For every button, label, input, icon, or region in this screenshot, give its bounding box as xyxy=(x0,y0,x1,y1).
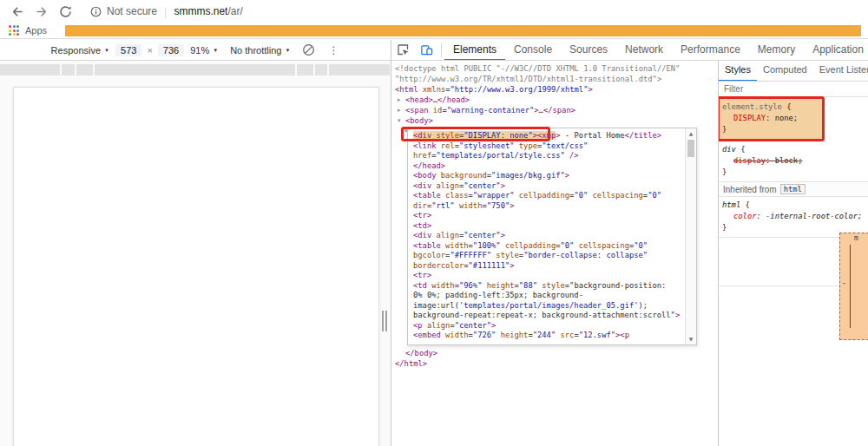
inspect-element-icon[interactable] xyxy=(397,43,410,56)
devtools-tab-console[interactable]: Console xyxy=(505,40,561,61)
dom-tree-line[interactable]: </html> xyxy=(395,358,718,369)
style-rules: element.style {DISPLAY: none;}div {displ… xyxy=(719,99,868,182)
browser-toolbar: Not secure | smmms.net/ar/ xyxy=(0,0,868,23)
xmp-code-line: <div align="center"> xyxy=(413,181,682,192)
xmp-code-line: <table width="100%" cellpadding="0" cell… xyxy=(413,241,682,252)
zoom-value: 91% xyxy=(190,45,209,56)
collapse-arrow-icon[interactable]: ▸ xyxy=(398,95,401,105)
devtools-panel: ElementsConsoleSourcesNetworkPerformance… xyxy=(391,40,868,446)
dom-tree-line[interactable]: <html xmlns="http://www.w3.org/1999/xhtm… xyxy=(395,84,718,95)
styles-filter-input[interactable] xyxy=(719,84,868,94)
css-rule-element-style[interactable]: element.style {DISPLAY: none;} xyxy=(719,99,822,139)
css-declaration[interactable]: DISPLAY: none; xyxy=(722,113,819,124)
devtools-tab-application[interactable]: Application xyxy=(804,40,868,61)
redaction-highlight-bar xyxy=(65,25,861,36)
inherited-from-bar: Inherited from html xyxy=(719,182,868,197)
page-viewport-pane: Responsive ▼ 573 × 736 91% ▼ No throttli… xyxy=(0,40,391,446)
chevron-down-icon: ▼ xyxy=(213,48,218,53)
xmp-code-line: background-repeat:repeat-x; background-a… xyxy=(413,311,682,321)
scrollbar-thumb[interactable] xyxy=(687,140,694,157)
device-mode-select[interactable]: Responsive ▼ xyxy=(51,45,109,56)
dom-tree-line[interactable]: "http://www.w3.org/TR/xhtml1/DTD/xhtml1-… xyxy=(395,74,718,84)
dom-tree-line[interactable]: </body> xyxy=(395,348,718,358)
info-icon[interactable] xyxy=(90,6,102,17)
viewport-area xyxy=(0,61,391,446)
collapse-arrow-icon[interactable]: ▸ xyxy=(398,105,401,115)
xmp-code-line: href="templates/portal/style.css" /> xyxy=(413,151,682,161)
security-label: Not secure xyxy=(107,5,157,17)
devtools-tab-network[interactable]: Network xyxy=(616,40,672,61)
xmp-code-line: </head> xyxy=(413,161,682,172)
xmp-code-line: bordercolor="#111111"> xyxy=(413,261,682,272)
no-symbol-icon[interactable] xyxy=(302,43,315,56)
devtools-tab-sources[interactable]: Sources xyxy=(561,40,616,61)
zoom-select[interactable]: 91% ▼ xyxy=(190,45,218,56)
viewport-height-input[interactable]: 736 xyxy=(158,44,184,56)
bookmarks-bar: Apps xyxy=(0,23,868,39)
dom-tree-line[interactable]: ▸<span id="warning-container">…</span> xyxy=(395,105,718,115)
css-declaration[interactable]: display: block; xyxy=(722,155,865,167)
xmp-code-line: 0% 0%; padding-left:35px; background- xyxy=(413,291,682,301)
xmp-code-line: <tr> xyxy=(413,211,682,221)
margin-label: m xyxy=(854,234,858,242)
devtools-tabs: ElementsConsoleSourcesNetworkPerformance… xyxy=(444,40,868,61)
styles-tab-event-listeners[interactable]: Event Listeners xyxy=(813,61,868,82)
inherited-style-rules: html {color: -internal-root-color;} xyxy=(719,197,868,238)
xmp-code-line: bgcolor="#FFFFFF" style="border-collapse… xyxy=(413,251,682,261)
reload-icon[interactable] xyxy=(59,5,73,18)
throttling-select[interactable]: No throttling ▼ xyxy=(230,45,290,56)
omnibox-divider: | xyxy=(164,5,167,18)
dom-tree-line[interactable]: ▾<body> xyxy=(395,115,718,126)
xmp-code-line: <div align="center"> xyxy=(413,231,682,241)
expand-arrow-icon[interactable]: ▾ xyxy=(398,115,401,126)
styles-pane-tabs: StylesComputedEvent Listeners xyxy=(719,61,868,82)
rendered-page xyxy=(13,87,379,446)
apps-grid-icon[interactable] xyxy=(9,25,19,36)
throttling-label: No throttling xyxy=(230,45,281,56)
back-icon[interactable] xyxy=(10,5,24,18)
xmp-code-line: <p align="center"> xyxy=(413,321,682,331)
xmp-code-line: dir="rtl" width="750"> xyxy=(413,201,682,212)
devtools-tab-memory[interactable]: Memory xyxy=(749,40,804,61)
box-model-margin-box[interactable]: m - xyxy=(839,233,868,340)
elements-tree-bottom: </body></html> xyxy=(395,348,718,369)
browser-window: Not secure | smmms.net/ar/ Apps Responsi… xyxy=(0,0,868,446)
url-path: /ar/ xyxy=(227,5,242,17)
styles-tab-computed[interactable]: Computed xyxy=(757,61,813,82)
devtools-tab-elements[interactable]: Elements xyxy=(444,40,505,61)
elements-tree[interactable]: <!doctype html PUBLIC "-//W3C//DTD XHTML… xyxy=(391,61,718,446)
border-box-edge xyxy=(850,245,851,328)
scrollbar[interactable]: ▲ ▼ xyxy=(685,128,696,344)
xmp-text-scrollbox[interactable]: <div style="DISPLAY: none"><xmp> - Porta… xyxy=(407,128,697,345)
highlighted-code-line[interactable]: <div style="DISPLAY: none"><xmp> - Porta… xyxy=(413,131,682,141)
xmp-code-line: <table class="wrapper" cellpadding="0" c… xyxy=(413,191,682,201)
forward-icon[interactable] xyxy=(35,5,49,18)
css-rule-html[interactable]: html {color: -internal-root-color;} xyxy=(719,197,868,238)
toolbar-divider xyxy=(441,43,442,57)
apps-label[interactable]: Apps xyxy=(25,25,47,36)
elements-tree-top: <!doctype html PUBLIC "-//W3C//DTD XHTML… xyxy=(395,63,718,126)
css-rule-div[interactable]: div {display: block;} xyxy=(719,141,868,182)
xmp-code-line: <embed width="726" height="244" src="12.… xyxy=(413,331,682,341)
devtools-tab-bar: ElementsConsoleSourcesNetworkPerformance… xyxy=(391,40,868,61)
scroll-down-icon[interactable]: ▼ xyxy=(686,334,696,344)
device-mode-label: Responsive xyxy=(51,45,101,56)
devtools-body: <!doctype html PUBLIC "-//W3C//DTD XHTML… xyxy=(391,61,868,446)
device-toolbar-toggle-icon[interactable] xyxy=(420,43,433,56)
styles-pane: StylesComputedEvent Listeners element.st… xyxy=(718,61,868,446)
css-declaration[interactable]: color: -internal-root-color; xyxy=(722,211,865,222)
styles-tab-styles[interactable]: Styles xyxy=(719,61,757,82)
viewport-resize-handle[interactable] xyxy=(382,311,389,331)
xmp-code-line: <body background="images/bkg.gif"> xyxy=(413,171,682,181)
more-options-icon[interactable]: ⋮ xyxy=(321,44,345,56)
address-bar[interactable]: Not secure | smmms.net/ar/ xyxy=(90,5,243,18)
margin-value: - xyxy=(843,279,845,287)
dom-tree-line[interactable]: ▸<head>…</head> xyxy=(395,95,718,105)
viewport-width-input[interactable]: 573 xyxy=(115,44,141,56)
inherited-selector-pill[interactable]: html xyxy=(780,184,806,194)
scroll-up-icon[interactable]: ▲ xyxy=(686,128,696,138)
devtools-tab-performance[interactable]: Performance xyxy=(672,40,749,61)
orange-highlight: <div style="DISPLAY: none"><xmp xyxy=(413,131,556,140)
dom-tree-line[interactable]: <!doctype html PUBLIC "-//W3C//DTD XHTML… xyxy=(395,63,718,74)
chevron-down-icon: ▼ xyxy=(285,48,290,53)
